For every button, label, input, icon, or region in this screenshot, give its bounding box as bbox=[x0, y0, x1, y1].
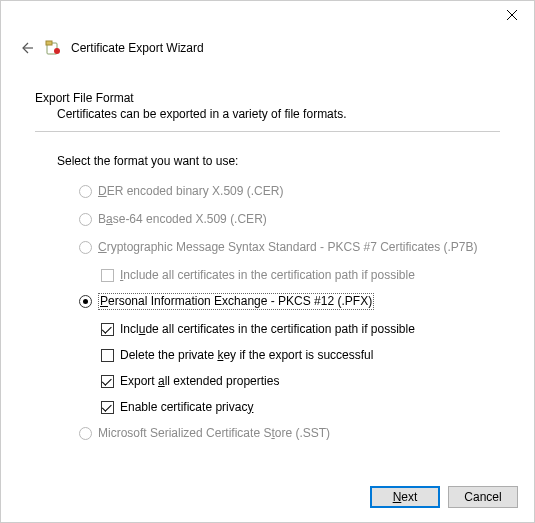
next-button[interactable]: Next bbox=[370, 486, 440, 508]
checkbox-label: Enable certificate privacy bbox=[120, 400, 253, 415]
radio-label: DER encoded binary X.509 (.CER) bbox=[98, 184, 283, 199]
wizard-icon bbox=[45, 40, 61, 56]
radio-label: Cryptographic Message Syntax Standard - … bbox=[98, 240, 478, 255]
checkbox-icon[interactable] bbox=[101, 375, 114, 388]
checkbox-label: Include all certificates in the certific… bbox=[120, 268, 415, 283]
radio-base64: Base-64 encoded X.509 (.CER) bbox=[79, 210, 500, 228]
check-pfx-include[interactable]: Include all certificates in the certific… bbox=[101, 320, 500, 338]
radio-icon bbox=[79, 241, 92, 254]
radio-icon bbox=[79, 185, 92, 198]
radio-label: Personal Information Exchange - PKCS #12… bbox=[98, 293, 374, 310]
radio-der: DER encoded binary X.509 (.CER) bbox=[79, 182, 500, 200]
radio-pfx[interactable]: Personal Information Exchange - PKCS #12… bbox=[79, 292, 500, 310]
checkbox-label: Include all certificates in the certific… bbox=[120, 322, 415, 337]
section-subtitle: Certificates can be exported in a variet… bbox=[35, 107, 500, 121]
checkbox-icon[interactable] bbox=[101, 349, 114, 362]
back-button[interactable] bbox=[17, 39, 35, 57]
checkbox-icon bbox=[101, 269, 114, 282]
close-button[interactable] bbox=[489, 1, 534, 29]
check-pfx-privacy[interactable]: Enable certificate privacy bbox=[101, 398, 500, 416]
radio-pkcs7: Cryptographic Message Syntax Standard - … bbox=[79, 238, 500, 256]
checkbox-label: Export all extended properties bbox=[120, 374, 279, 389]
divider bbox=[35, 131, 500, 132]
radio-icon bbox=[79, 427, 92, 440]
prompt-text: Select the format you want to use: bbox=[57, 154, 500, 168]
svg-point-5 bbox=[54, 48, 60, 54]
checkbox-icon[interactable] bbox=[101, 401, 114, 414]
cancel-button[interactable]: Cancel bbox=[448, 486, 518, 508]
check-pfx-extended[interactable]: Export all extended properties bbox=[101, 372, 500, 390]
radio-icon bbox=[79, 213, 92, 226]
svg-rect-4 bbox=[46, 41, 52, 45]
radio-sst: Microsoft Serialized Certificate Store (… bbox=[79, 424, 500, 442]
check-pkcs7-include: Include all certificates in the certific… bbox=[101, 266, 500, 284]
checkbox-label: Delete the private key if the export is … bbox=[120, 348, 373, 363]
section-title: Export File Format bbox=[35, 91, 500, 105]
checkbox-icon[interactable] bbox=[101, 323, 114, 336]
wizard-title: Certificate Export Wizard bbox=[71, 41, 204, 55]
radio-label: Microsoft Serialized Certificate Store (… bbox=[98, 426, 330, 441]
radio-icon[interactable] bbox=[79, 295, 92, 308]
radio-label: Base-64 encoded X.509 (.CER) bbox=[98, 212, 267, 227]
check-pfx-delete[interactable]: Delete the private key if the export is … bbox=[101, 346, 500, 364]
